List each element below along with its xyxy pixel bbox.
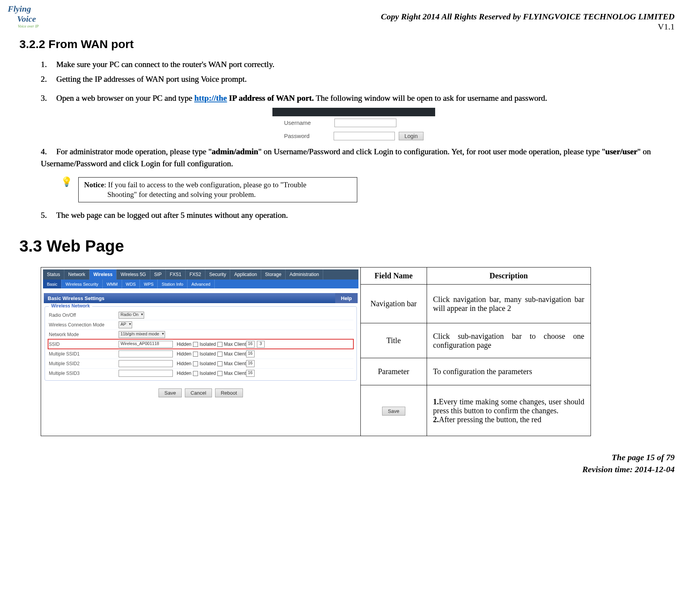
username-input[interactable]	[334, 119, 396, 127]
isolated-checkbox[interactable]	[217, 342, 222, 347]
netmode-label: Network Mode	[49, 332, 119, 337]
step-text: Open a web browser on your PC and type h…	[56, 93, 547, 103]
field-title: Title	[361, 323, 427, 358]
maxclient-input[interactable]: 16	[246, 360, 255, 367]
field-param: Parameter	[361, 358, 427, 385]
bulb-icon: 💡	[61, 177, 72, 186]
step-num: 4.	[41, 146, 56, 158]
panel-title-bar: Basic Wireless Settings Help	[44, 293, 358, 303]
hidden-checkbox[interactable]	[193, 361, 198, 366]
logo-line2: Voice	[17, 14, 54, 24]
isolated-label: Isolated	[200, 371, 216, 376]
step-3: 3.Open a web browser on your PC and type…	[41, 92, 667, 105]
notice-block: 💡 Notice: If you fail to access to the w…	[61, 177, 667, 202]
mssid3-input[interactable]	[119, 370, 173, 377]
save-sample-button[interactable]: Save	[382, 407, 405, 416]
section-322-list: 1.Make sure your PC can connect to the r…	[41, 59, 667, 221]
row-mode: Wireless Connection Mode AP	[48, 320, 353, 330]
tab-status[interactable]: Status	[43, 269, 64, 280]
table-row: Title Click sub-navigation bar to choose…	[361, 323, 591, 358]
mssid1-input[interactable]	[119, 350, 173, 357]
username-row: Username	[272, 116, 435, 129]
step-text: Make sure your PC can connect to the rou…	[56, 60, 274, 69]
step-text: For administrator mode operation, please…	[41, 147, 651, 169]
hidden-checkbox[interactable]	[193, 342, 198, 347]
step-num: 3.	[41, 92, 56, 105]
footer-buttons: Save Cancel Reboot	[43, 381, 358, 401]
subtab-wds[interactable]: WDS	[122, 280, 140, 288]
mssid2-input[interactable]	[119, 360, 173, 367]
logo-tagline: Voice over IP	[18, 24, 54, 28]
subtab-wmm[interactable]: WMM	[103, 280, 122, 288]
subtab-basic[interactable]: Basic	[43, 280, 62, 288]
subtab-wireless-security[interactable]: Wireless Security	[62, 280, 103, 288]
maxclient-input[interactable]: 16	[246, 341, 255, 348]
save-button[interactable]: Save	[158, 388, 182, 397]
isolated-checkbox[interactable]	[217, 371, 222, 376]
hidden-checkbox[interactable]	[193, 352, 198, 357]
table-row: Navigation bar Click navigation bar, man…	[361, 285, 591, 323]
password-input[interactable]	[334, 132, 395, 140]
nav-bar-secondary: Basic Wireless Security WMM WDS WPS Stat…	[43, 280, 358, 288]
row-mssid1: Multiple SSID1 Hidden Isolated Max Clien…	[48, 349, 353, 359]
tab-fxs2[interactable]: FXS2	[186, 269, 205, 280]
radio-select[interactable]: Radio On	[119, 312, 144, 319]
tab-storage[interactable]: Storage	[261, 269, 286, 280]
mssid2-label: Multiple SSID2	[49, 361, 119, 366]
help-button[interactable]: Help	[335, 293, 358, 303]
hidden-checkbox[interactable]	[193, 371, 198, 376]
tab-administration[interactable]: Administration	[286, 269, 323, 280]
step-num: 1.	[41, 59, 56, 71]
maxclient-input[interactable]: 16	[246, 350, 255, 357]
desc-title: Click sub-navigation bar to choose one c…	[427, 323, 591, 358]
field-save: Save	[361, 385, 427, 436]
th-field: Field Name	[361, 267, 427, 285]
mode-select[interactable]: AP	[119, 321, 132, 328]
subtab-wps[interactable]: WPS	[140, 280, 158, 288]
logo-line1: Flying	[8, 4, 54, 14]
hidden-label: Hidden	[177, 371, 191, 376]
webpage-layout: Status Network Wireless Wireless 5G SIP …	[41, 267, 591, 436]
ssid-input[interactable]: Wireless_AP001118	[119, 341, 173, 348]
version: V1.1	[19, 22, 675, 32]
tab-wireless[interactable]: Wireless	[90, 269, 117, 280]
netmode-select[interactable]: 11b/g/n mixed mode	[119, 331, 165, 338]
tab-sip[interactable]: SIP	[150, 269, 166, 280]
step-text: Getting the IP addresses of WAN port usi…	[56, 74, 247, 84]
tab-application[interactable]: Application	[230, 269, 261, 280]
isolated-checkbox[interactable]	[217, 361, 222, 366]
subtab-advanced[interactable]: Advanced	[188, 280, 215, 288]
tab-fxs1[interactable]: FXS1	[166, 269, 186, 280]
subtab-station-info[interactable]: Station Info	[158, 280, 188, 288]
copyright: Copy Right 2014 All Rights Reserved by F…	[19, 12, 675, 22]
wireless-fieldset: Wireless Network Radio On/Off Radio On W…	[45, 306, 357, 381]
step-1: 1.Make sure your PC can connect to the r…	[41, 59, 667, 71]
rui-body: Basic Wireless Settings Help Wireless Ne…	[43, 288, 358, 401]
reboot-button[interactable]: Reboot	[215, 388, 243, 397]
tab-security[interactable]: Security	[205, 269, 230, 280]
th-desc: Description	[427, 267, 591, 285]
maxclient-extra[interactable]: 3	[257, 341, 265, 348]
maxclient-label: Max Client	[224, 342, 246, 347]
wan-bold: IP address of WAN port.	[227, 93, 313, 103]
step-text: The web page can be logged out after 5 m…	[56, 211, 288, 220]
login-top-bar	[272, 108, 435, 116]
isolated-checkbox[interactable]	[217, 352, 222, 357]
tab-wireless5g[interactable]: Wireless 5G	[117, 269, 150, 280]
login-button[interactable]: Login	[399, 132, 424, 140]
cancel-button[interactable]: Cancel	[185, 388, 212, 397]
nav-bar-primary: Status Network Wireless Wireless 5G SIP …	[43, 269, 358, 280]
panel-title: Basic Wireless Settings	[48, 295, 105, 301]
maxclient-label: Max Client	[224, 351, 246, 357]
row-radio: Radio On/Off Radio On	[48, 311, 353, 320]
ssid-label: SSID	[49, 342, 119, 347]
desc-nav: Click navigation bar, many sub-navigatio…	[427, 285, 591, 323]
mssid3-label: Multiple SSID3	[49, 371, 119, 376]
wan-url-link[interactable]: http://the	[194, 93, 227, 103]
row-mssid2: Multiple SSID2 Hidden Isolated Max Clien…	[48, 359, 353, 368]
tab-network[interactable]: Network	[64, 269, 90, 280]
table-row: Save 1.Every time making some changes, u…	[361, 385, 591, 436]
maxclient-input[interactable]: 16	[246, 370, 255, 377]
hidden-label: Hidden	[177, 351, 191, 357]
isolated-label: Isolated	[200, 342, 216, 347]
